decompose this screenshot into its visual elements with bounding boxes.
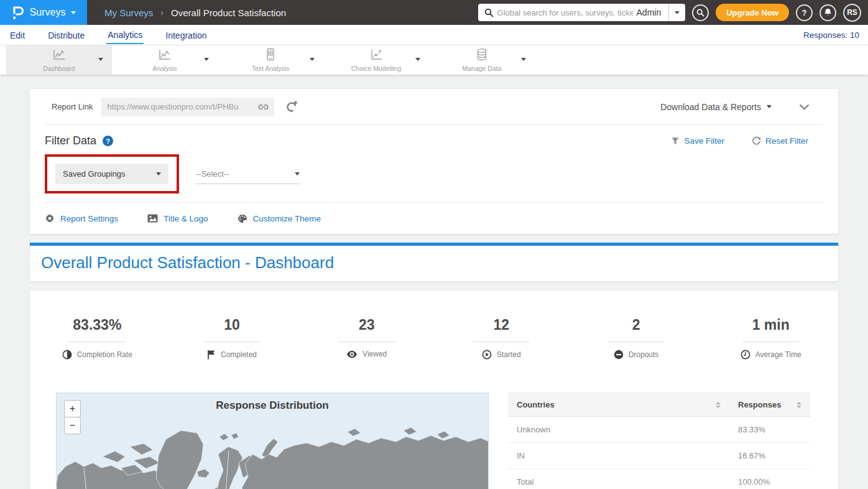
- filter-select-dropdown[interactable]: --Select--: [196, 164, 300, 184]
- save-filter-button[interactable]: Save Filter: [671, 136, 724, 146]
- chevron-down-icon: [675, 11, 680, 14]
- page-title: Overall Product Satisfaction - Dashboard: [41, 253, 827, 272]
- table-row: IN 16.67%: [508, 443, 810, 469]
- chevron-down-icon: [767, 105, 772, 108]
- line-chart-icon: [157, 49, 172, 64]
- search-icon: [478, 8, 497, 17]
- tab-analytics[interactable]: Analytics: [106, 26, 144, 44]
- toolbar-dashboard[interactable]: Dashboard: [6, 45, 112, 75]
- product-name: Surveys: [30, 7, 66, 18]
- divider: [607, 342, 665, 342]
- stat-dropouts: 2 Dropouts: [569, 317, 704, 360]
- stat-value: 10: [165, 317, 300, 333]
- avatar[interactable]: RS: [843, 4, 861, 22]
- map-zoom-in-button[interactable]: +: [64, 400, 81, 417]
- country-cell: Unknown: [508, 417, 729, 443]
- table-row: Unknown 83.33%: [508, 417, 810, 443]
- report-settings-row: Report Settings Title & Logo Customize T…: [30, 203, 838, 234]
- toolbar-text-analysis[interactable]: Text Analysis: [218, 45, 323, 75]
- chevron-down-icon[interactable]: [98, 58, 103, 61]
- reset-filter-button[interactable]: Reset Filter: [752, 136, 808, 146]
- toolbar-choice-modelling-label: Choice Modelling: [351, 65, 402, 72]
- report-settings-link[interactable]: Report Settings: [45, 213, 118, 223]
- filter-help-icon[interactable]: ?: [103, 136, 113, 146]
- stat-completion-rate: 83.33% Completion Rate: [30, 317, 165, 360]
- scatter-chart-icon: [369, 49, 384, 64]
- divider: [473, 342, 530, 342]
- title-logo-link[interactable]: Title & Logo: [147, 214, 208, 223]
- report-link-input[interactable]: https://www.questionpro.com/t/PHBu: [101, 98, 274, 116]
- sort-icon[interactable]: [716, 402, 721, 408]
- map-zoom-controls: + −: [64, 400, 81, 434]
- toolbar-analysis[interactable]: Analysis: [112, 45, 218, 75]
- download-data-reports-menu[interactable]: Download Data & Reports: [660, 102, 761, 112]
- map-title: Response Distribution: [57, 399, 488, 412]
- tab-integration[interactable]: Integration: [164, 27, 208, 44]
- filter-data-section: Filter Data ? Save Filter Reset Filter: [30, 125, 838, 202]
- chevron-down-icon[interactable]: [415, 58, 420, 61]
- flag-icon: [207, 350, 216, 360]
- report-row-actions: Download Data & Reports: [660, 102, 823, 112]
- stat-value: 1 min: [703, 317, 838, 333]
- chevron-down-icon[interactable]: [310, 58, 315, 61]
- toolbar-manage-data-label: Manage Data: [462, 65, 501, 72]
- toolbar-analysis-label: Analysis: [152, 65, 177, 72]
- responses-cell: 100.00%: [729, 469, 810, 489]
- gear-icon: [45, 213, 55, 223]
- breadcrumb-my-surveys[interactable]: My Surveys: [104, 7, 153, 18]
- collapse-panel-chevron-icon[interactable]: [799, 104, 810, 110]
- stat-viewed: 23 Viewed: [299, 317, 434, 360]
- map-zoom-out-button[interactable]: −: [64, 417, 81, 434]
- branded-domain-icon[interactable]: [285, 101, 298, 113]
- tab-distribute[interactable]: Distribute: [47, 27, 86, 44]
- search-scope-dropdown[interactable]: [668, 4, 685, 21]
- saved-groupings-dropdown[interactable]: Saved Groupings: [55, 164, 169, 184]
- report-link-url: https://www.questionpro.com/t/PHBu: [107, 102, 254, 111]
- bell-icon: [824, 8, 832, 17]
- stat-label: Dropouts: [629, 350, 659, 359]
- response-distribution-map: + − Response Distribution: [56, 393, 489, 489]
- stat-value: 2: [569, 317, 704, 333]
- survey-nav-tabs: Edit Distribute Analytics Integration Re…: [0, 25, 868, 45]
- link-icon[interactable]: [258, 103, 269, 111]
- dashboard-title-panel: Overall Product Satisfaction - Dashboard: [30, 243, 838, 281]
- toolbar-text-analysis-label: Text Analysis: [252, 65, 290, 72]
- surveys-product-menu[interactable]: Surveys: [0, 0, 87, 25]
- sort-icon[interactable]: [796, 402, 801, 408]
- column-header-responses[interactable]: Responses: [729, 393, 810, 417]
- eye-icon: [346, 350, 358, 358]
- chevron-down-icon[interactable]: [204, 58, 209, 61]
- report-link-row: Report Link https://www.questionpro.com/…: [30, 89, 838, 124]
- filter-select-placeholder: --Select--: [196, 169, 229, 179]
- help-button[interactable]: ?: [796, 4, 813, 21]
- column-header-countries[interactable]: Countries: [508, 393, 729, 417]
- dashboard-stats-panel: 83.33% Completion Rate 10 Completed 23: [30, 291, 838, 489]
- tab-edit[interactable]: Edit: [9, 27, 26, 44]
- search-button[interactable]: [692, 4, 709, 21]
- divider: [68, 342, 126, 342]
- global-search-input[interactable]: [497, 8, 633, 17]
- report-controls-panel: Report Link https://www.questionpro.com/…: [30, 89, 838, 234]
- toolbar-manage-data[interactable]: Manage Data: [429, 45, 535, 75]
- stat-value: 83.33%: [30, 317, 165, 333]
- breadcrumb-current-survey: Overall Product Satisfaction: [171, 7, 286, 18]
- stat-label: Completed: [221, 350, 257, 359]
- stat-label: Average Time: [755, 350, 801, 359]
- table-row: Total 100.00%: [508, 469, 810, 489]
- saved-groupings-label: Saved Groupings: [63, 169, 125, 179]
- chevron-down-icon: [71, 11, 76, 14]
- world-map[interactable]: [57, 418, 489, 489]
- responses-cell: 83.33%: [729, 417, 810, 443]
- chevron-down-icon[interactable]: [521, 58, 526, 61]
- notifications-button[interactable]: [820, 4, 836, 21]
- customize-theme-link[interactable]: Customize Theme: [238, 214, 321, 223]
- clock-icon: [741, 350, 750, 360]
- toolbar-choice-modelling[interactable]: Choice Modelling: [323, 45, 429, 75]
- questionpro-logo-icon: [11, 5, 24, 20]
- stat-label: Completion Rate: [77, 350, 132, 359]
- breadcrumb: My Surveys › Overall Product Satisfactio…: [104, 7, 286, 18]
- upgrade-now-button[interactable]: Upgrade Now: [716, 4, 789, 21]
- stat-label: Started: [497, 350, 521, 359]
- stat-label: Viewed: [362, 350, 387, 358]
- chevron-down-icon: [156, 172, 161, 175]
